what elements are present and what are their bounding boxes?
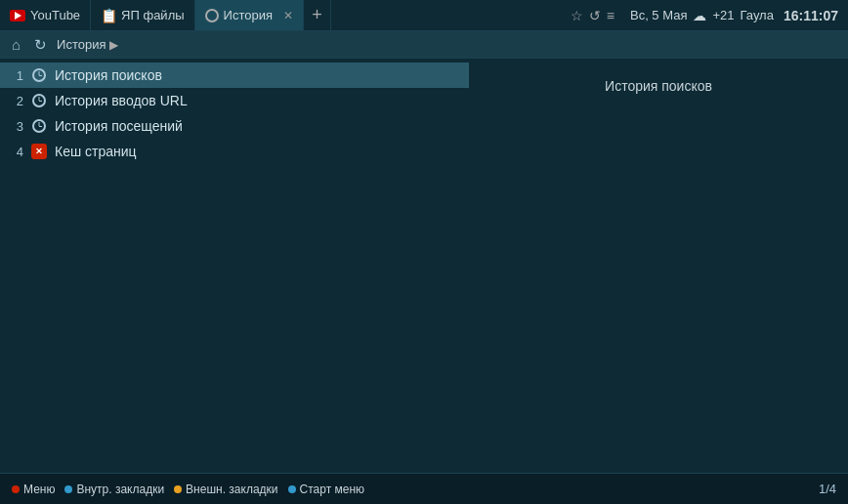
clock-icon-2 [31,93,47,108]
breadcrumb-root: История [57,37,106,52]
tab-yap-label: ЯП файлы [121,8,184,22]
history-tab-icon [205,9,219,22]
refresh-button[interactable]: ↻ [30,34,51,56]
add-tab-button[interactable]: + [304,0,331,30]
start-menu-label: Старт меню [300,483,365,496]
status-menu[interactable]: Меню [12,483,55,496]
tab-bar: YouTube 📋 ЯП файлы История ✕ + ☆ ↺ ≡ Вс,… [0,0,848,31]
breadcrumb-arrow: ▶ [109,38,118,52]
status-internal-bookmarks[interactable]: Внутр. закладки [64,483,164,496]
menu-label: Меню [23,483,55,496]
nav-bar: ⌂ ↻ История ▶ [0,31,848,59]
time-label: 16:11:07 [784,8,838,23]
star-icon[interactable]: ☆ [571,8,583,23]
temp-label: +21 [712,8,734,22]
item-number-3: 3 [8,119,23,134]
page-info: 1/4 [819,482,836,496]
status-start-menu[interactable]: Старт меню [288,483,365,496]
location-label: Гаула [741,8,774,22]
item-label-4: Кеш страниц [55,144,137,159]
internal-bookmarks-label: Внутр. закладки [76,483,164,496]
internal-bookmarks-dot [64,485,72,493]
list-item[interactable]: 4 ✕ Кеш страниц [0,139,469,164]
clock-icon-3 [31,118,47,134]
item-number-1: 1 [8,68,23,83]
breadcrumb: История ▶ [57,37,118,52]
preview-panel: История поисков [469,59,848,473]
tab-history[interactable]: История ✕ [195,0,304,30]
page-count: 1/4 [819,482,836,496]
tab-close-icon[interactable]: ✕ [283,9,293,22]
list-panel: 1 История поисков 2 История вводов URL 3… [0,59,469,473]
status-external-bookmarks[interactable]: Внешн. закладки [174,483,277,496]
preview-text: История поисков [605,78,712,94]
tab-youtube-label: YouTube [30,8,80,22]
tab-history-label: История [224,8,273,22]
clock-icon-1 [31,67,47,83]
youtube-tab-icon [10,10,25,21]
rotate-icon[interactable]: ↺ [589,8,601,23]
item-number-4: 4 [8,145,23,159]
list-item[interactable]: 2 История вводов URL [0,88,469,113]
item-label-2: История вводов URL [55,93,188,108]
home-button[interactable]: ⌂ [8,34,24,55]
main-content: 1 История поисков 2 История вводов URL 3… [0,59,848,473]
tab-bar-right: ☆ ↺ ≡ Вс, 5 Мая ☁ +21 Гаула 16:11:07 [561,8,848,23]
file-tab-icon: 📋 [101,9,116,22]
start-menu-dot [288,485,296,493]
cache-icon: ✕ [31,144,47,159]
status-bar: Меню Внутр. закладки Внешн. закладки Ста… [0,473,848,504]
item-label-3: История посещений [55,118,183,134]
tab-youtube[interactable]: YouTube [0,0,91,30]
external-bookmarks-dot [174,485,182,493]
day-label: Вс, 5 Мая [630,8,687,22]
list-item[interactable]: 3 История посещений [0,113,469,139]
weather-icon: ☁ [693,8,706,23]
menu-icon[interactable]: ≡ [607,8,615,23]
external-bookmarks-label: Внешн. закладки [186,483,277,496]
item-label-1: История поисков [55,67,162,83]
list-item[interactable]: 1 История поисков [0,63,469,88]
item-number-2: 2 [8,94,23,108]
menu-dot [12,485,20,493]
tab-yap-files[interactable]: 📋 ЯП файлы [91,0,194,30]
